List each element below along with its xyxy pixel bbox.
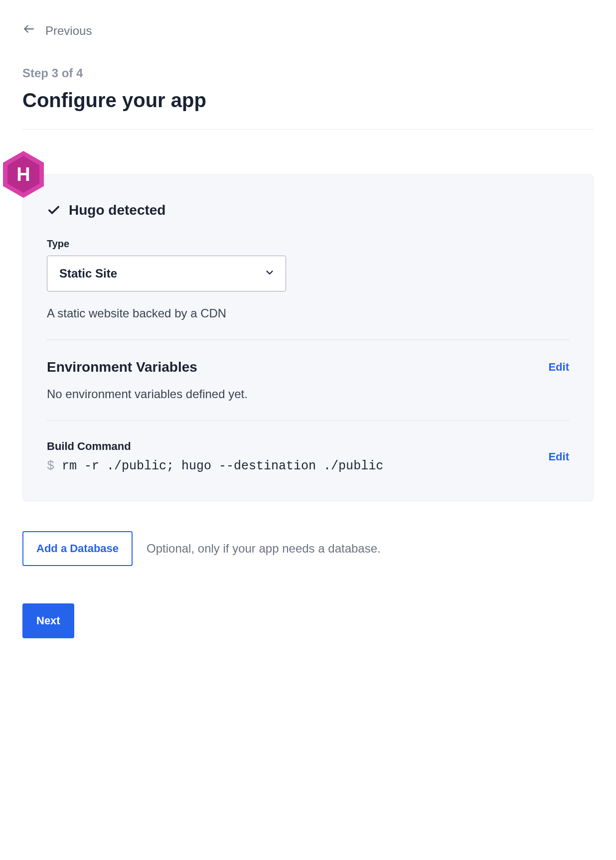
next-button[interactable]: Next (22, 603, 74, 638)
env-section-title: Environment Variables (47, 359, 197, 375)
env-edit-link[interactable]: Edit (548, 361, 569, 374)
build-edit-link[interactable]: Edit (548, 450, 569, 463)
type-description: A static website backed by a CDN (47, 306, 569, 320)
detected-row: Hugo detected (47, 202, 569, 218)
database-row: Add a Database Optional, only if your ap… (22, 531, 594, 566)
check-icon (47, 203, 61, 217)
type-label: Type (47, 238, 569, 250)
build-command: $ rm -r ./public; hugo --destination ./p… (47, 459, 548, 473)
build-command-text: rm -r ./public; hugo --destination ./pub… (62, 459, 383, 473)
step-indicator: Step 3 of 4 (22, 66, 594, 80)
build-section: Build Command $ rm -r ./public; hugo --d… (47, 440, 569, 473)
env-empty-text: No environment variables defined yet. (47, 387, 569, 401)
hugo-badge-icon: H (3, 151, 44, 198)
detected-label: Hugo detected (69, 202, 165, 218)
header-divider (22, 129, 594, 130)
build-label: Build Command (47, 440, 548, 453)
type-select-value: Static Site (47, 256, 286, 291)
build-prompt: $ (47, 459, 54, 473)
database-hint: Optional, only if your app needs a datab… (147, 542, 381, 556)
section-divider-2 (47, 420, 569, 421)
page-title: Configure your app (22, 89, 594, 112)
add-database-button[interactable]: Add a Database (22, 531, 133, 566)
previous-link[interactable]: Previous (22, 22, 594, 39)
section-divider-1 (47, 339, 569, 340)
svg-text:H: H (16, 164, 30, 185)
config-card: H Hugo detected Type Static Site A stati… (22, 174, 594, 501)
type-select[interactable]: Static Site (47, 256, 286, 291)
previous-label: Previous (45, 24, 92, 38)
arrow-left-icon (22, 22, 35, 39)
env-section-header: Environment Variables Edit (47, 359, 569, 375)
